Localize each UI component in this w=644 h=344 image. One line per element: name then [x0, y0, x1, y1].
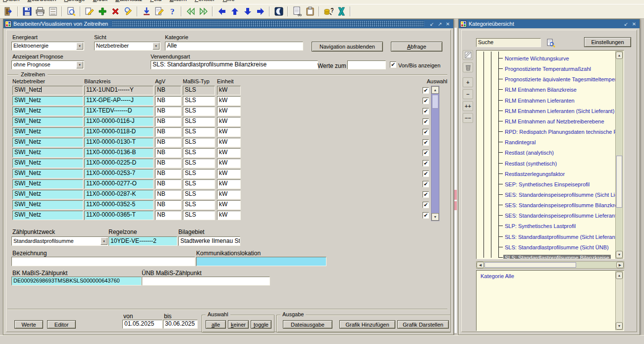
- insert-record-icon[interactable]: [96, 5, 108, 18]
- cell-typ[interactable]: SLS: [183, 96, 215, 106]
- row-auswahl-checkbox[interactable]: ✔: [423, 181, 429, 187]
- minimize-icon[interactable]: ↙: [428, 20, 436, 27]
- cell-unit[interactable]: kW: [217, 179, 241, 189]
- menu-block[interactable]: Block: [93, 0, 107, 2]
- cell-unit[interactable]: kW: [217, 86, 241, 95]
- edit-note-icon[interactable]: [463, 50, 473, 60]
- anzeigeart-select[interactable]: ohne Prognose ▼: [11, 60, 84, 69]
- cell-agv[interactable]: NB: [155, 179, 181, 189]
- cell-typ[interactable]: SLS: [183, 138, 215, 147]
- cell-agv[interactable]: NB: [155, 200, 181, 210]
- regelzone-field[interactable]: 10YDE-VE-------2: [108, 236, 177, 246]
- editor-button[interactable]: Editor: [47, 320, 76, 329]
- einstellungen-button[interactable]: Einstellungen: [584, 37, 631, 47]
- table-scrollbar[interactable]: ▲ ▼: [431, 86, 439, 221]
- cell-nb[interactable]: SWI_Netz: [12, 169, 83, 178]
- tree-item[interactable]: Restlastzerlegungsfaktor: [498, 169, 615, 178]
- keiner-button[interactable]: keiner: [228, 320, 249, 329]
- row-auswahl-checkbox[interactable]: ✔: [423, 118, 429, 125]
- cell-bk[interactable]: 11X0-0000-0352-5: [84, 200, 154, 210]
- cell-agv[interactable]: NB: [155, 96, 181, 106]
- cell-nb[interactable]: SWI_Netz: [12, 159, 83, 168]
- doc-search-icon[interactable]: [544, 37, 557, 49]
- row-auswahl-checkbox[interactable]: ✔: [423, 98, 429, 104]
- tree-item[interactable]: SEP: Synthetisches Einspeiseprofil: [498, 179, 615, 188]
- cell-nb[interactable]: SWI_Netz: [12, 96, 83, 106]
- suche-field[interactable]: Suche: [476, 38, 541, 47]
- query-find-icon[interactable]: [65, 5, 77, 18]
- scroll-up-icon[interactable]: ▲: [616, 52, 623, 59]
- count-query-icon[interactable]: ?: [322, 5, 334, 18]
- excel-export-icon[interactable]: [335, 5, 347, 18]
- cell-nb[interactable]: SWI_Netz: [12, 107, 83, 116]
- menu-feld[interactable]: Feld: [150, 0, 161, 2]
- kommunikationslokation-field[interactable]: [196, 257, 326, 266]
- tree-item[interactable]: Prognostizierte Temperaturmaßzahl: [498, 64, 615, 73]
- scroll-down-icon[interactable]: ▼: [431, 213, 439, 221]
- cell-typ[interactable]: SLS: [183, 148, 215, 158]
- cell-agv[interactable]: NB: [155, 148, 181, 158]
- cell-typ[interactable]: SLS: [183, 86, 215, 95]
- collapse-all-icon[interactable]: −−: [463, 113, 473, 123]
- cell-unit[interactable]: kW: [217, 117, 241, 126]
- expand-all-icon[interactable]: ++: [463, 101, 473, 111]
- exit-icon[interactable]: [2, 5, 15, 18]
- trash-icon[interactable]: [463, 62, 473, 72]
- menu-bearbeiten[interactable]: Bearbeiten: [27, 0, 56, 2]
- tree-scrollbar[interactable]: ▲ ▼: [615, 51, 623, 259]
- chevron-down-icon[interactable]: ▼: [101, 237, 107, 245]
- bis-date-field[interactable]: 30.06.2025: [163, 320, 198, 329]
- cell-bk[interactable]: 11X-GPE-AP-----J: [84, 96, 154, 106]
- toggle-button[interactable]: toggle: [251, 320, 271, 329]
- cell-unit[interactable]: kW: [217, 169, 241, 178]
- cell-agv[interactable]: NB: [155, 86, 181, 95]
- tree-item[interactable]: Randintegral: [498, 137, 615, 146]
- import-icon[interactable]: [140, 5, 153, 18]
- scrollbar-thumb[interactable]: [616, 156, 622, 208]
- scroll-left-icon[interactable]: ◀: [477, 262, 484, 268]
- cell-typ[interactable]: SLS: [183, 200, 215, 210]
- cell-typ[interactable]: SLS: [183, 159, 215, 168]
- cell-bk[interactable]: 11X-1UND1------Y: [84, 86, 154, 95]
- row-auswahl-checkbox[interactable]: ✔: [423, 160, 429, 167]
- bezeichnung-field[interactable]: [11, 257, 195, 266]
- tree-h-scrollbar[interactable]: ◀ ▶: [476, 261, 624, 269]
- kategorie-input[interactable]: Alle: [165, 42, 303, 51]
- query-pencil-icon[interactable]: [122, 5, 134, 18]
- cell-unit[interactable]: kW: [217, 138, 241, 147]
- uenb-mabis-field[interactable]: [142, 277, 270, 286]
- vonbis-checkbox[interactable]: ✔: [390, 61, 396, 68]
- nav-up-icon[interactable]: [228, 5, 241, 18]
- cell-bk[interactable]: 11X0-0000-0118-D: [84, 127, 154, 137]
- cell-agv[interactable]: NB: [155, 107, 181, 116]
- close-icon[interactable]: ✕: [630, 20, 638, 27]
- nav-right-icon[interactable]: [254, 5, 267, 18]
- tree-item[interactable]: Normierte Wichtungskurve: [498, 54, 615, 62]
- cell-agv[interactable]: NB: [155, 159, 181, 168]
- tree-item[interactable]: RLM Entnahmen Lieferanten: [498, 96, 615, 105]
- von-date-field[interactable]: 01.05.2025: [122, 320, 162, 329]
- menu-fenster[interactable]: Fenster: [195, 0, 215, 2]
- menu-hilfe[interactable]: Hilfe: [223, 0, 235, 2]
- dateiausgabe-button[interactable]: Dateiausgabe: [283, 320, 332, 329]
- chevron-down-icon[interactable]: ▼: [76, 61, 83, 68]
- menu-extern[interactable]: Extern: [169, 0, 187, 2]
- cell-agv[interactable]: NB: [155, 117, 181, 126]
- cell-agv[interactable]: NB: [155, 169, 181, 178]
- scroll-up-icon[interactable]: ▲: [431, 86, 439, 94]
- titlebar-zeitreihen[interactable]: Bearbeiten/Visualisieren von Zeitreihen …: [3, 19, 453, 28]
- energieart-select[interactable]: Elektroenergie ▼: [11, 42, 84, 51]
- print-icon[interactable]: [34, 5, 46, 18]
- werte-button[interactable]: Werte: [14, 320, 43, 329]
- cell-unit[interactable]: kW: [217, 148, 241, 158]
- cell-typ[interactable]: SLS: [183, 169, 215, 178]
- verwendungsart-input[interactable]: SLS: Standardlastprofilsumme Bilanzkreis…: [151, 60, 318, 69]
- tree-item[interactable]: Restlast (analytisch): [498, 148, 615, 157]
- help-icon[interactable]: ?: [166, 5, 178, 18]
- collapse-node-icon[interactable]: −: [463, 89, 473, 99]
- grafik-darstellen-button[interactable]: Grafik Darstellen: [397, 320, 449, 329]
- window-icon[interactable]: [272, 5, 285, 18]
- minimize-icon[interactable]: ↙: [622, 20, 630, 27]
- chevron-down-icon[interactable]: ▼: [153, 43, 160, 50]
- navigation-ausblenden-button[interactable]: Navigation ausblenden: [312, 42, 383, 52]
